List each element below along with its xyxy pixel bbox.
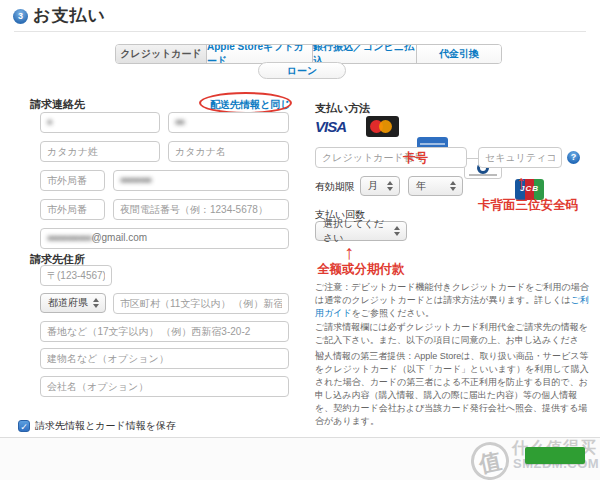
loan-tab-button[interactable]: ローン [258,62,346,79]
tab-gift-card[interactable]: Apple Storeギフトカード [207,45,313,63]
last-name-value: ■ [47,117,51,127]
expiry-month-value: 月 [368,179,378,193]
billing-contact-heading: 請求連絡先 [30,97,85,112]
save-info-label: 請求先情報とカード情報を保存 [35,419,176,433]
building-field[interactable] [40,348,289,369]
visa-icon: VISA [315,118,346,135]
header-divider [14,31,586,32]
select-arrows-icon [394,226,401,236]
payment-tabs: クレジットカード Apple Storeギフトカード 銀行振込／コンビニ払込 代… [115,44,502,64]
annotation-arrow-installments: ↑ [344,242,354,262]
save-info-checkbox[interactable]: ✓ [18,420,30,432]
card-number-field[interactable] [315,147,467,168]
select-arrows-icon [93,298,100,308]
note-third-party: 個人情報の第三者提供：Apple Storeは、取り扱い商品・サービス等をクレジ… [315,350,591,428]
annotation-card-number: 卡号 [403,150,428,167]
step-number-badge: 3 [13,9,28,24]
postal-code-field[interactable] [40,265,112,286]
street-field[interactable] [40,321,289,342]
tab-cod[interactable]: 代金引換 [417,45,501,63]
tab-bank-transfer[interactable]: 銀行振込／コンビニ払込 [313,45,417,63]
annotation-security-code: 卡背面三位安全码 [478,197,578,214]
katakana-last-name-field[interactable] [40,141,160,162]
expiry-year-value: 年 [416,179,426,193]
select-arrows-icon [387,181,394,191]
note-debit-card: ご注意：デビットカード機能付きクレジットカードをご利用の場合は通常のクレジットカ… [315,281,591,320]
payment-page: 3 お支払い クレジットカード Apple Storeギフトカード 銀行振込／コ… [0,0,600,480]
prefecture-select[interactable]: 都道府県 [40,293,106,313]
night-area-code-field[interactable] [40,199,105,220]
expiry-label: 有効期限 [315,180,355,194]
installments-value: 選択してください [323,217,390,245]
katakana-first-name-field[interactable] [168,141,289,162]
annotation-arrow-security-code: ↑ [516,172,526,192]
last-name-field[interactable]: ■ [40,112,160,133]
tab-credit-card[interactable]: クレジットカード [116,45,207,63]
first-name-field[interactable]: ■■ [168,112,289,133]
footer-strip [0,438,600,480]
phone-number-field[interactable]: ■■■■■■■ [113,170,289,191]
annotation-installments: 全额或分期付款 [317,261,405,278]
payment-method-heading: 支払い方法 [315,101,370,116]
prefecture-select-value: 都道府県 [48,296,88,310]
email-field[interactable]: ■■■■■■■■■■@gmail.com [40,228,289,249]
email-masked-value: ■■■■■■■■■■ [47,233,91,243]
mastercard-icon [366,116,399,137]
night-phone-field[interactable] [113,199,289,220]
company-field[interactable] [40,376,289,397]
expiry-year-select[interactable]: 年 [408,176,463,196]
annotation-oval-same-as-shipping [199,92,292,114]
phone-number-value: ■■■■■■■ [120,175,151,185]
area-code-field[interactable] [40,170,105,191]
watermark-green-badge [525,447,585,464]
security-code-field[interactable] [478,147,562,168]
page-title: お支払い [33,4,106,27]
first-name-value: ■■ [175,117,184,127]
expiry-month-select[interactable]: 月 [360,176,400,196]
installments-select[interactable]: 選択してください [315,221,407,241]
select-arrows-icon [450,181,457,191]
email-domain: @gmail.com [91,232,147,243]
security-code-help-icon[interactable]: ? [567,151,580,164]
city-field[interactable] [113,293,289,314]
